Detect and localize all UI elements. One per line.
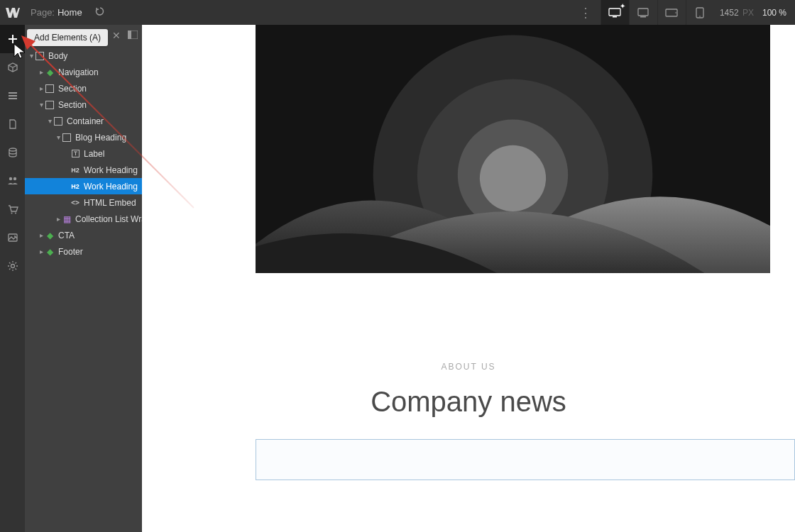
- svg-point-8: [9, 148, 16, 151]
- svg-rect-2: [638, 9, 648, 16]
- tree-collection-wrapper[interactable]: ▦Collection List Wrapp: [25, 211, 142, 227]
- symbol-icon: ◆: [45, 67, 55, 77]
- section-icon: [45, 100, 55, 110]
- canvas-width-unit: PX: [742, 8, 754, 18]
- tree-blog-heading-label: Blog Heading: [75, 133, 126, 143]
- tree-section-2[interactable]: Section: [25, 96, 142, 113]
- tree-html-embed[interactable]: <>HTML Embed: [25, 194, 142, 211]
- left-rail: [0, 25, 25, 532]
- text-icon: [70, 149, 80, 159]
- navigator-button[interactable]: [0, 82, 25, 110]
- settings-button[interactable]: [0, 252, 25, 280]
- symbol-icon: ◆: [45, 247, 55, 257]
- canvas-width-value: 1452: [720, 8, 739, 18]
- svg-point-14: [14, 235, 16, 237]
- svg-point-5: [676, 12, 677, 13]
- element-tree: Body ◆Navigation Section Section Contain…: [25, 48, 142, 260]
- tree-body[interactable]: Body: [25, 48, 142, 64]
- collection-icon: ▦: [62, 214, 72, 224]
- svg-point-15: [11, 265, 14, 268]
- page-name[interactable]: Home: [57, 7, 82, 18]
- about-label: ABOUT US: [142, 362, 795, 372]
- divblock-icon: [62, 133, 72, 143]
- h2-icon: H2: [70, 165, 80, 175]
- tree-section-1-label: Section: [58, 84, 87, 94]
- symbols-button[interactable]: [0, 53, 25, 82]
- tree-container-label: Container: [67, 116, 104, 126]
- tree-work-heading-2-label: Work Heading: [84, 182, 138, 192]
- tree-label-text: Label: [84, 149, 104, 159]
- svg-point-10: [13, 177, 16, 180]
- tree-label[interactable]: Label: [25, 145, 142, 162]
- page-label: Page:: [31, 7, 55, 18]
- svg-rect-17: [128, 31, 131, 39]
- add-elements-button[interactable]: [0, 25, 25, 53]
- tree-blog-heading[interactable]: Blog Heading: [25, 129, 142, 145]
- tree-navigation[interactable]: ◆Navigation: [25, 64, 142, 80]
- svg-point-12: [15, 213, 16, 214]
- svg-point-9: [9, 177, 11, 180]
- html-embed-placeholder[interactable]: [256, 439, 795, 480]
- tree-section-1[interactable]: Section: [25, 80, 142, 96]
- top-bar: Page: Home ⋮ ✦ 1452 PX 100 %: [0, 0, 795, 25]
- navigator-panel: ✕ Body ◆Navigation Section Section Conta…: [25, 25, 142, 532]
- users-button[interactable]: [0, 167, 25, 195]
- section-icon: [45, 84, 55, 94]
- tree-body-label: Body: [48, 51, 67, 61]
- ecommerce-button[interactable]: [0, 195, 25, 223]
- assets-button[interactable]: [0, 223, 25, 252]
- device-tablet-button[interactable]: [657, 0, 686, 25]
- canvas-width[interactable]: 1452 PX: [714, 8, 760, 18]
- symbol-icon: ◆: [45, 231, 55, 240]
- reload-icon[interactable]: [95, 6, 105, 18]
- tree-section-2-label: Section: [58, 100, 87, 110]
- svg-rect-1: [613, 16, 617, 18]
- device-laptop-button[interactable]: [629, 0, 657, 25]
- svg-point-7: [700, 16, 701, 17]
- more-menu-icon[interactable]: ⋮: [571, 5, 601, 21]
- device-desktop-button[interactable]: ✦: [601, 0, 629, 25]
- topbar-right: ⋮ ✦ 1452 PX 100 %: [571, 0, 795, 25]
- body-icon: [35, 51, 45, 61]
- cms-button[interactable]: [0, 138, 25, 167]
- embed-icon: <>: [70, 198, 80, 208]
- container-icon: [53, 116, 63, 126]
- svg-point-23: [480, 145, 546, 211]
- h2-icon: H2: [70, 182, 80, 192]
- tree-work-heading-1[interactable]: H2Work Heading: [25, 162, 142, 178]
- company-headline[interactable]: Company news: [142, 386, 795, 418]
- tree-footer-label: Footer: [58, 247, 83, 257]
- tree-container[interactable]: Container: [25, 113, 142, 129]
- tree-footer[interactable]: ◆Footer: [25, 243, 142, 260]
- tree-cta[interactable]: ◆CTA: [25, 227, 142, 243]
- pages-button[interactable]: [0, 110, 25, 138]
- tree-navigation-label: Navigation: [58, 67, 99, 77]
- tree-work-heading-1-label: Work Heading: [84, 165, 138, 175]
- svg-point-11: [11, 213, 12, 214]
- hero-image: [256, 25, 770, 273]
- canvas[interactable]: ABOUT US Company news: [142, 25, 795, 532]
- webflow-logo[interactable]: [0, 0, 25, 25]
- zoom-level[interactable]: 100 %: [760, 8, 795, 18]
- close-panel-icon[interactable]: ✕: [112, 30, 121, 41]
- device-mobile-button[interactable]: [686, 0, 714, 25]
- tree-collection-wrapper-label: Collection List Wrapp: [75, 214, 142, 224]
- tree-cta-label: CTA: [58, 231, 75, 240]
- panel-layout-icon[interactable]: [128, 31, 138, 41]
- add-elements-tooltip: Add Elements (A): [27, 29, 108, 46]
- tree-html-embed-label: HTML Embed: [84, 198, 136, 208]
- tree-work-heading-2[interactable]: H2Work Heading: [25, 178, 142, 194]
- svg-rect-3: [640, 16, 646, 18]
